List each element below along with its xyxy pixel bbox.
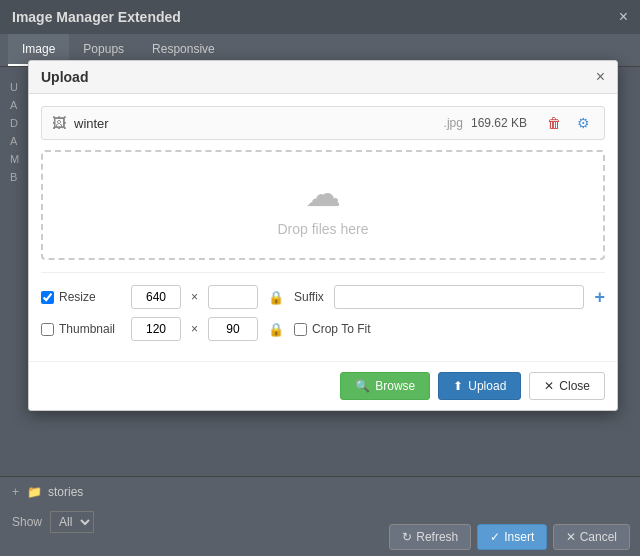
modal-footer: 🔍 Browse ⬆ Upload ✕ Close bbox=[29, 361, 617, 410]
resize-label: Resize bbox=[59, 290, 96, 304]
refresh-label: Refresh bbox=[416, 530, 458, 544]
browse-button[interactable]: 🔍 Browse bbox=[340, 372, 430, 400]
close-label: Close bbox=[559, 379, 590, 393]
add-suffix-button[interactable]: + bbox=[594, 287, 605, 308]
drop-zone-text: Drop files here bbox=[277, 221, 368, 237]
thumbnail-label: Thumbnail bbox=[59, 322, 115, 336]
modal-title: Upload bbox=[41, 69, 88, 85]
insert-label: Insert bbox=[504, 530, 534, 544]
bg-bottom-row: + 📁 stories bbox=[0, 477, 640, 507]
resize-x-separator: × bbox=[191, 290, 198, 304]
modal-close-button[interactable]: × bbox=[596, 69, 605, 85]
show-label: Show bbox=[12, 515, 42, 529]
dialog-title: Image Manager Extended bbox=[12, 9, 181, 25]
thumbnail-row: Thumbnail × 🔒 Crop To Fit bbox=[41, 317, 605, 341]
resize-lock-icon: 🔒 bbox=[268, 290, 284, 305]
options-section: Resize × 🔒 Suffix + Thumbnail × 🔒 bbox=[41, 272, 605, 341]
resize-row: Resize × 🔒 Suffix + bbox=[41, 285, 605, 309]
dialog-close-button[interactable]: × bbox=[619, 8, 628, 26]
thumbnail-checkbox-label[interactable]: Thumbnail bbox=[41, 322, 121, 336]
thumb-lock-icon: 🔒 bbox=[268, 322, 284, 337]
refresh-icon: ↻ bbox=[402, 530, 412, 544]
close-x-icon: ✕ bbox=[544, 379, 554, 393]
modal-header: Upload × bbox=[29, 61, 617, 94]
thumb-width-input[interactable] bbox=[131, 317, 181, 341]
upload-modal: Upload × 🖼 winter .jpg 169.62 KB 🗑 ⚙ ☁ D… bbox=[28, 60, 618, 411]
file-name: winter bbox=[74, 116, 436, 131]
crop-checkbox-label[interactable]: Crop To Fit bbox=[294, 322, 370, 336]
insert-icon: ✓ bbox=[490, 530, 500, 544]
cancel-icon: ✕ bbox=[566, 530, 576, 544]
file-delete-button[interactable]: 🗑 bbox=[543, 113, 565, 133]
file-extension: .jpg bbox=[444, 116, 463, 130]
dialog-titlebar: Image Manager Extended × bbox=[0, 0, 640, 34]
thumbnail-checkbox[interactable] bbox=[41, 323, 54, 336]
close-button[interactable]: ✕ Close bbox=[529, 372, 605, 400]
drop-zone[interactable]: ☁ Drop files here bbox=[41, 150, 605, 260]
bg-bottom: + 📁 stories Show All ↻ Refresh ✓ Insert … bbox=[0, 476, 640, 556]
folder-item: 📁 stories bbox=[27, 485, 83, 499]
cloud-upload-icon: ☁ bbox=[305, 173, 341, 215]
upload-icon: ⬆ bbox=[453, 379, 463, 393]
file-type-icon: 🖼 bbox=[52, 115, 66, 131]
file-item: 🖼 winter .jpg 169.62 KB 🗑 ⚙ bbox=[41, 106, 605, 140]
show-select[interactable]: All bbox=[50, 511, 94, 533]
folder-icon: 📁 bbox=[27, 485, 42, 499]
cancel-button[interactable]: ✕ Cancel bbox=[553, 524, 630, 550]
file-size: 169.62 KB bbox=[471, 116, 527, 130]
resize-checkbox[interactable] bbox=[41, 291, 54, 304]
resize-height-input[interactable] bbox=[208, 285, 258, 309]
crop-checkbox[interactable] bbox=[294, 323, 307, 336]
browse-label: Browse bbox=[375, 379, 415, 393]
bg-action-row: ↻ Refresh ✓ Insert ✕ Cancel bbox=[389, 524, 630, 550]
folder-expand-icon[interactable]: + bbox=[12, 485, 19, 499]
upload-label: Upload bbox=[468, 379, 506, 393]
upload-button[interactable]: ⬆ Upload bbox=[438, 372, 521, 400]
thumb-height-input[interactable] bbox=[208, 317, 258, 341]
browse-icon: 🔍 bbox=[355, 379, 370, 393]
crop-label: Crop To Fit bbox=[312, 322, 370, 336]
suffix-input[interactable] bbox=[334, 285, 585, 309]
file-settings-button[interactable]: ⚙ bbox=[573, 113, 594, 133]
refresh-button[interactable]: ↻ Refresh bbox=[389, 524, 471, 550]
suffix-label: Suffix bbox=[294, 290, 324, 304]
insert-button[interactable]: ✓ Insert bbox=[477, 524, 547, 550]
resize-width-input[interactable] bbox=[131, 285, 181, 309]
resize-checkbox-label[interactable]: Resize bbox=[41, 290, 121, 304]
folder-name: stories bbox=[48, 485, 83, 499]
cancel-label: Cancel bbox=[580, 530, 617, 544]
modal-body: 🖼 winter .jpg 169.62 KB 🗑 ⚙ ☁ Drop files… bbox=[29, 94, 617, 361]
thumb-x-separator: × bbox=[191, 322, 198, 336]
